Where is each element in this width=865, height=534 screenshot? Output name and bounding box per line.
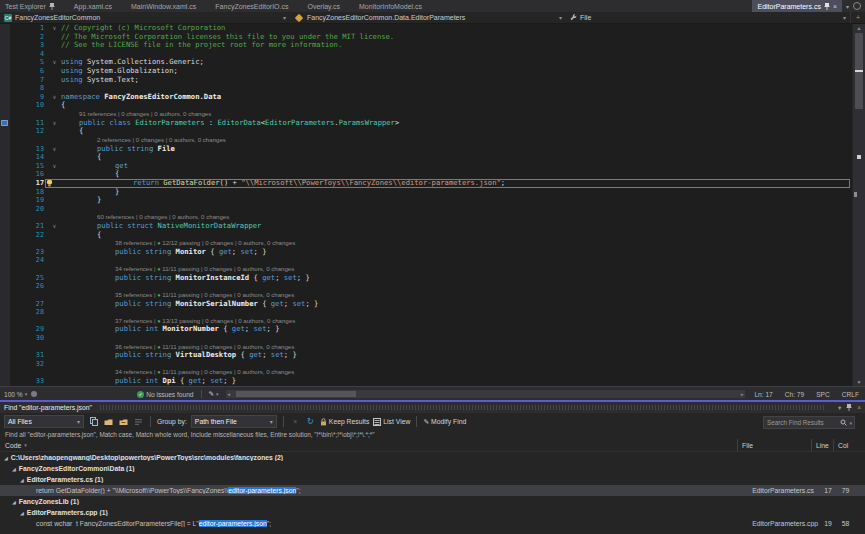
close-icon[interactable]: × — [833, 3, 837, 10]
code-line-10[interactable]: 10{ — [0, 101, 853, 110]
bookmark-icon[interactable] — [1, 120, 8, 126]
hscrollbar-thumb[interactable] — [236, 391, 356, 397]
fold-marker-icon[interactable]: ∨ — [48, 145, 61, 154]
list-view-toggle[interactable]: List View — [373, 418, 410, 426]
codelens-row[interactable]: 60 references | 0 changes | 0 authors, 0… — [0, 213, 853, 222]
code-line-32[interactable]: 32 — [0, 360, 853, 369]
code-line-1[interactable]: 1∨// Copyright (c) Microsoft Corporation — [0, 24, 853, 33]
find-result-group[interactable]: ◢FancyZonesLib (1) — [0, 496, 865, 507]
scroll-down-icon[interactable]: ▼ — [853, 378, 865, 386]
column-header-line[interactable]: Line — [811, 439, 833, 451]
tab-app-xaml-cs[interactable]: App.xaml.cs — [69, 0, 117, 12]
codelens-row[interactable]: 2 references | 0 changes | 0 authors, 0 … — [0, 136, 853, 145]
scroll-up-icon[interactable]: ▲ — [853, 24, 865, 32]
keep-results-toggle[interactable]: Keep Results — [320, 418, 369, 426]
close-icon[interactable]: × — [857, 404, 861, 411]
tab-overlay-cs[interactable]: Overlay.cs — [302, 0, 345, 12]
codelens-row[interactable]: 34 references | ● 11/11 passing | 0 chan… — [0, 368, 853, 377]
codelens-row[interactable]: 37 references | ● 13/13 passing | 0 chan… — [0, 317, 853, 326]
codelens-row[interactable]: 38 references | ● 12/12 passing | 0 chan… — [0, 239, 853, 248]
tab-test-explorer[interactable]: Test Explorer — [0, 0, 60, 12]
split-window-button[interactable]: + — [850, 12, 865, 23]
window-position-icon[interactable]: ▾ — [838, 404, 841, 412]
code-line-14[interactable]: 14{ — [0, 153, 853, 162]
code-line-2[interactable]: 2// The Microsoft Corporation licenses t… — [0, 33, 853, 42]
code-line-7[interactable]: 7using System.Text; — [0, 76, 853, 85]
modify-find-button[interactable]: ✎ Modify Find — [423, 418, 466, 426]
codelens-row[interactable]: 36 references | ● 11/11 passing | 0 chan… — [0, 343, 853, 352]
code-line-4[interactable]: 4 — [0, 50, 853, 59]
spaces-indicator[interactable]: SPC — [810, 391, 836, 398]
preserve-results-icon[interactable] — [133, 416, 144, 427]
tab-mainwindow-xaml-cs[interactable]: MainWindow.xaml.cs — [126, 0, 201, 12]
code-line-31[interactable]: 31public string VirtualDesktop { get; se… — [0, 351, 853, 360]
code-line-23[interactable]: 23public string Monitor { get; set; } — [0, 248, 853, 257]
code-line-26[interactable]: 26 — [0, 282, 853, 291]
code-line-5[interactable]: 5∨using System.Collections.Generic; — [0, 58, 853, 67]
code-line-9[interactable]: 9∨namespace FancyZonesEditorCommon.Data — [0, 93, 853, 102]
project-dropdown[interactable]: C# FancyZonesEditorCommon ▾ — [0, 12, 290, 23]
fold-marker-icon[interactable]: ∨ — [48, 162, 61, 171]
code-line-33[interactable]: 33public int Dpi { get; set; } — [0, 377, 853, 386]
panel-title-bar[interactable]: Find "editor-parameters.json" ▾ × — [0, 402, 865, 413]
code-line-3[interactable]: 3// See the LICENSE file in the project … — [0, 41, 853, 50]
code-line-22[interactable]: 22{ — [0, 231, 853, 240]
code-line-16[interactable]: 16{ — [0, 170, 853, 179]
code-line-6[interactable]: 6using System.Globalization; — [0, 67, 853, 76]
code-line-15[interactable]: 15∨get — [0, 162, 853, 171]
expander-icon[interactable]: ◢ — [20, 477, 24, 483]
document-health-icon[interactable] — [31, 391, 37, 397]
expander-icon[interactable]: ◢ — [12, 499, 16, 505]
code-line-13[interactable]: 13∨public string File — [0, 145, 853, 154]
code-line-29[interactable]: 29public int MonitorNumber { get; set; } — [0, 325, 853, 334]
member-dropdown[interactable]: File ▾ — [566, 12, 850, 23]
expand-all-icon[interactable] — [103, 416, 114, 427]
fold-marker-icon[interactable]: ∨ — [48, 119, 61, 128]
search-results-box[interactable]: ▾ — [763, 416, 855, 429]
fold-marker-icon[interactable]: ∨ — [48, 222, 61, 231]
type-dropdown[interactable]: FancyZonesEditorCommon.Data.EditorParame… — [290, 12, 566, 23]
code-line-17[interactable]: 17return GetDataFolder() + "\\Microsoft\… — [0, 179, 853, 188]
code-line-20[interactable]: 20 — [0, 205, 853, 214]
find-result-group[interactable]: ◢FancyZonesEditorCommon\Data (1) — [0, 463, 865, 474]
tab-fancyzoneseditorio-cs[interactable]: FancyZonesEditorIO.cs — [210, 0, 293, 12]
code-line-25[interactable]: 25public string MonitorInstanceId { get;… — [0, 274, 853, 283]
code-line-19[interactable]: 19} — [0, 196, 853, 205]
scroll-right-icon[interactable]: ▸ — [741, 391, 744, 397]
pin-icon[interactable] — [846, 404, 852, 411]
search-icon[interactable] — [840, 419, 849, 427]
find-result-match[interactable]: return GetDataFolder() + "\\Microsoft\\P… — [0, 485, 865, 496]
code-editor[interactable]: 1∨// Copyright (c) Microsoft Corporation… — [0, 24, 853, 386]
code-line-21[interactable]: 21∨public struct NativeMonitorDataWrappe… — [0, 222, 853, 231]
horizontal-scrollbar[interactable]: ◂ ▸ — [226, 390, 746, 398]
code-line-8[interactable]: 8 — [0, 84, 853, 93]
codelens-row[interactable]: 34 references | ● 11/11 passing | 0 chan… — [0, 265, 853, 274]
pin-icon[interactable] — [49, 3, 55, 10]
scroll-left-icon[interactable]: ◂ — [228, 391, 231, 397]
column-header-file[interactable]: File — [737, 439, 811, 451]
collapse-all-icon[interactable] — [118, 416, 129, 427]
search-input[interactable] — [764, 419, 840, 426]
issues-indicator[interactable]: ✓ No issues found — [133, 391, 197, 398]
find-result-group[interactable]: ◢C:\Users\zhaopengwang\Desktop\powertoys… — [0, 452, 865, 463]
code-line-28[interactable]: 28 — [0, 308, 853, 317]
clear-results-icon[interactable]: × — [290, 416, 301, 427]
line-ending-indicator[interactable]: CRLF — [836, 391, 865, 398]
fold-marker-icon[interactable]: ∨ — [48, 58, 61, 67]
vertical-scrollbar[interactable]: ▲ ▼ — [852, 24, 865, 386]
code-line-30[interactable]: 30 — [0, 334, 853, 343]
window-options-icon[interactable] — [853, 2, 861, 10]
expander-icon[interactable]: ◢ — [4, 455, 8, 461]
code-cleanup-button[interactable]: ✎ ▾ — [205, 390, 223, 398]
fold-marker-icon[interactable]: ∨ — [48, 93, 61, 102]
code-filter-dropdown[interactable]: Code ▾ — [0, 442, 737, 449]
tab-list-dropdown-icon[interactable]: ▾ — [846, 3, 849, 10]
zoom-control[interactable]: 100 % ▾ — [0, 391, 31, 398]
code-line-12[interactable]: 12{ — [0, 127, 853, 136]
tab-editorparameters-cs[interactable]: EditorParameters.cs × — [752, 0, 842, 12]
code-line-18[interactable]: 18} — [0, 188, 853, 197]
column-header-col[interactable]: Col — [833, 439, 862, 451]
code-line-11[interactable]: 11∨public class EditorParameters : Edito… — [0, 119, 853, 128]
code-line-27[interactable]: 27public string MonitorSerialNumber { ge… — [0, 300, 853, 309]
expander-icon[interactable]: ◢ — [12, 466, 16, 472]
